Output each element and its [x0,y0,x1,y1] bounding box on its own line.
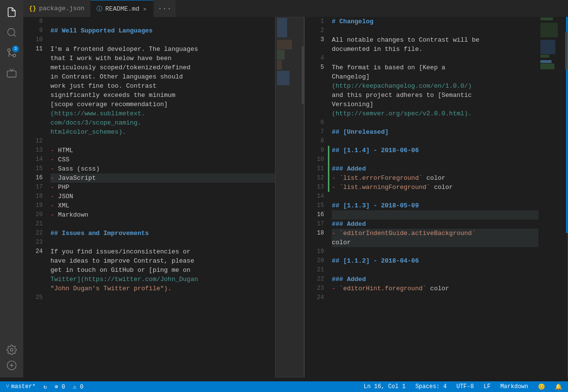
code-line: that I work with below have been [50,54,275,63]
code-line: - Markdown [50,210,275,220]
encoding-label: UTF-8 [456,383,474,390]
code-line: have ideas to improve Contrast, please [50,256,275,266]
branch-name: master* [11,383,35,390]
code-line: [scope coverage recommendation] [50,100,275,109]
extensions-icon[interactable] [3,65,20,81]
code-line: significantly exceeds the minimum [50,91,275,100]
code-line: html#color_schemes). [50,127,275,137]
left-scrollbar[interactable] [301,17,304,377]
code-line: - `list.errorForeground` color [332,173,538,183]
code-line: meticulously scoped/tokenized/defined [50,63,275,72]
code-line [332,192,538,201]
code-line [50,35,275,45]
tab-label-readme: README.md [105,5,139,13]
tab-icon-readme: ⓘ [97,5,102,13]
tab-readme[interactable]: ⓘ README.md ✕ [91,0,154,17]
status-encoding[interactable]: UTF-8 [454,383,476,390]
code-line [332,54,538,63]
search-icon[interactable] [3,24,20,41]
code-line [332,26,538,35]
left-tab-group: {} package.json ⓘ README.md ✕ ··· [23,0,176,17]
code-line [50,293,275,302]
svg-point-8 [10,348,13,351]
code-line [332,293,538,302]
code-line: - JavaScript [50,173,275,183]
status-spaces[interactable]: Spaces: 4 [413,383,449,390]
notification-icon: 🔔 [555,383,562,391]
code-line [332,247,538,256]
code-line: - `editorIndentGuide.activeBackground` [332,229,538,238]
status-language[interactable]: Markdown [498,383,530,390]
code-line [332,118,538,127]
eol-label: LF [484,383,490,390]
remote-icon[interactable] [3,357,20,374]
code-line: # Changelog [332,17,538,26]
tab-package-json[interactable]: {} package.json [23,0,91,17]
code-line [50,238,275,247]
code-line: Twitter](https://twitter.com/John_Dugan [50,275,275,284]
right-line-numbers: 1 2 3 4 5 6 7 8 9 10 11 12 13 14 1 [305,17,328,377]
code-line: - PHP [50,183,275,192]
status-errors[interactable]: ⊗ 0 [53,383,67,391]
code-line: - `editorHint.foreground` color [332,284,538,293]
settings-icon[interactable] [3,342,20,358]
code-line: ## [1.1.2] - 2018-04-06 [332,256,538,266]
status-branch[interactable]: ⑂ master* [4,383,37,390]
files-icon[interactable] [3,4,20,20]
status-sync[interactable]: ↻ [41,383,49,391]
branch-icon: ⑂ [6,383,9,390]
source-control-icon[interactable]: 3 [3,45,20,61]
right-minimap [538,17,568,377]
code-line: work just fine too. Contrast [50,81,275,91]
code-line: ## [1.1.4] - 2018-06-06 [332,146,538,155]
spaces-label: Spaces: 4 [415,383,447,390]
status-feedback[interactable]: 😊 [536,383,547,391]
error-text: ⊗ 0 [55,383,65,391]
code-line: ### Added [332,164,538,173]
right-editor-pane: 1 2 3 4 5 6 7 8 9 10 11 12 13 14 1 [305,17,568,377]
status-cursor[interactable]: Ln 16, Col 1 [362,383,407,390]
code-line: - Sass (scss) [50,164,275,173]
code-line: The format is based on [Keep a [332,63,538,72]
right-scrollbar[interactable] [565,17,568,377]
left-code-area[interactable]: 8 9 10 11 12 13 14 15 16 17 18 [23,17,304,377]
tab-close-readme[interactable]: ✕ [142,5,147,13]
code-line: com/docs/3/scope_naming. [50,118,275,127]
tab-label-package: package.json [39,5,84,12]
left-code-content[interactable]: ## Well Supported Languages I'm a fronte… [47,17,275,377]
code-line: If you find issues/inconsistencies or [50,247,275,256]
code-line: - CSS [50,155,275,164]
code-line: ## [1.1.3] - 2018-05-09 [332,201,538,210]
code-line [50,220,275,229]
status-notifications[interactable]: 🔔 [553,383,564,391]
code-line: documented in this file. [332,45,538,54]
code-line: color [332,238,538,247]
code-line: ## Issues and Improvements [50,229,275,238]
svg-point-2 [13,54,16,57]
code-line: and this project adheres to [Semantic [332,91,538,100]
code-line: - JSON [50,192,275,201]
code-line: - HTML [50,146,275,155]
code-line: ### Added [332,220,538,229]
code-line: ## [Unreleased] [332,127,538,137]
activity-bottom [3,342,20,358]
right-code-content[interactable]: # Changelog All notable changes to Contr… [328,17,538,377]
warning-text: ⚠ 0 [73,383,83,391]
tab-more-left[interactable]: ··· [154,0,176,17]
code-line: (https://www.sublimetext. [50,109,275,118]
code-line: - `list.warningForeground` color [332,183,538,192]
status-eol[interactable]: LF [482,383,492,390]
status-bar-right: Ln 16, Col 1 Spaces: 4 UTF-8 LF Markdown… [362,383,564,391]
status-bar-left: ⑂ master* ↻ ⊗ 0 ⚠ 0 [4,383,85,391]
status-warnings[interactable]: ⚠ 0 [71,383,85,391]
code-line: in Contrast. Other languages should [50,72,275,81]
activity-bar: 3 [0,0,23,377]
status-bar: ⑂ master* ↻ ⊗ 0 ⚠ 0 Ln 16, Col 1 Spaces:… [0,381,568,392]
code-line: get in touch on GitHub or [ping me on [50,266,275,275]
source-control-badge: 3 [12,46,19,52]
svg-point-0 [8,29,15,36]
left-editor-pane: 8 9 10 11 12 13 14 15 16 17 18 [23,17,305,377]
code-line: Versioning] [332,100,538,109]
code-line [50,17,275,26]
right-code-area[interactable]: 1 2 3 4 5 6 7 8 9 10 11 12 13 14 1 [305,17,568,377]
